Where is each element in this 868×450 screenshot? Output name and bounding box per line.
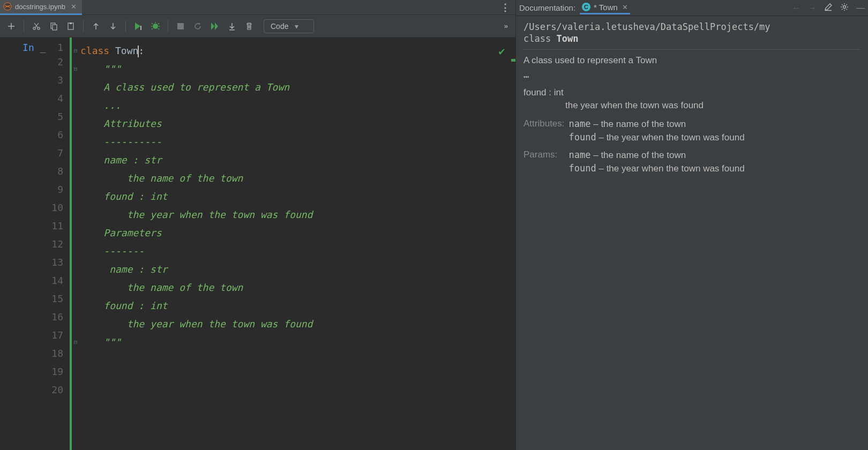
code-line[interactable]: the name of the town	[72, 279, 515, 297]
doc-tab-name: * Town	[594, 3, 618, 12]
class-icon: C	[582, 3, 590, 11]
code-line[interactable]: name : str	[72, 260, 515, 279]
fold-icon	[72, 96, 79, 115]
minimize-icon[interactable]: —	[856, 3, 865, 13]
doc-plain-attr: found : int	[523, 87, 860, 98]
cut-button[interactable]	[28, 18, 44, 34]
code-line[interactable]: ----------	[72, 133, 515, 151]
fold-icon	[72, 133, 79, 151]
code-line[interactable]: found : int	[72, 188, 515, 206]
fold-icon	[72, 188, 79, 206]
fold-icon	[72, 169, 79, 188]
doc-item: name – the name of the town	[569, 149, 745, 161]
fold-icon[interactable]: ⊟	[72, 333, 79, 351]
svg-rect-4	[53, 25, 57, 30]
close-icon[interactable]: ✕	[622, 3, 628, 11]
add-cell-button[interactable]	[3, 18, 19, 34]
code-line[interactable]: ⊟class Town:	[72, 42, 515, 60]
forward-icon[interactable]: →	[808, 3, 817, 13]
file-tab[interactable]: docstrings.ipynb ✕	[0, 0, 82, 15]
svg-rect-6	[70, 22, 72, 24]
run-all-button[interactable]	[207, 18, 223, 34]
gear-icon[interactable]	[840, 3, 849, 13]
edit-icon[interactable]	[824, 3, 833, 13]
doc-nav: ← → —	[792, 3, 865, 13]
separator	[83, 20, 84, 32]
doc-tab[interactable]: C * Town ✕	[580, 2, 630, 14]
cell-type-select[interactable]: Code ▾	[264, 19, 314, 33]
fold-icon	[72, 115, 79, 133]
code-cell[interactable]: ✔ In _ 1 234567891011121314151617181920 …	[0, 38, 515, 450]
editor-panel: docstrings.ipynb ✕ ⋮ Code ▾ » ✔ In _ 1	[0, 0, 515, 450]
attributes-list: name – the name of the townfound – the y…	[569, 118, 745, 149]
params-list: name – the name of the townfound – the y…	[569, 149, 745, 181]
svg-point-8	[153, 24, 158, 29]
code-line[interactable]: the year when the town was found	[72, 206, 515, 224]
code-line[interactable]: the name of the town	[72, 169, 515, 188]
code-line[interactable]: Parameters	[72, 224, 515, 242]
delete-cell-button[interactable]	[241, 18, 257, 34]
fold-icon[interactable]: ⊟	[72, 42, 79, 60]
doc-item: found – the year when the town was found	[569, 132, 745, 143]
code-line[interactable]: the year when the town was found	[72, 315, 515, 333]
code-line[interactable]: A class used to represent a Town	[72, 78, 515, 96]
doc-signature: class Town	[523, 33, 860, 44]
jupyter-icon	[3, 2, 12, 11]
doc-title: Documentation:	[519, 3, 575, 12]
notebook-toolbar: Code ▾ »	[0, 15, 515, 38]
tab-overflow-icon[interactable]: ⋮	[500, 2, 510, 13]
svg-point-11	[843, 5, 846, 8]
documentation-panel: Documentation: C * Town ✕ ← → — /Users/v…	[515, 0, 868, 450]
copy-button[interactable]	[46, 18, 62, 34]
toolbar-overflow-icon[interactable]: »	[504, 22, 507, 30]
separator	[24, 20, 24, 32]
code-line[interactable]: -------	[72, 242, 515, 260]
doc-summary: A class used to represent a Town	[523, 55, 860, 66]
fold-icon	[72, 279, 79, 297]
cell-type-label: Code	[271, 22, 288, 31]
fold-icon	[72, 315, 79, 333]
params-label: Params:	[523, 149, 569, 181]
fold-icon	[72, 242, 79, 260]
svg-rect-10	[229, 29, 235, 31]
doc-item: found – the year when the town was found	[569, 163, 745, 174]
code-line[interactable]: found : int	[72, 297, 515, 315]
code-line[interactable]: ⊟ """	[72, 333, 515, 351]
code-line[interactable]: ...	[72, 96, 515, 115]
doc-path: /Users/valeria.letusheva/DataSpellProjec…	[523, 21, 860, 32]
code-line[interactable]: name : str	[72, 151, 515, 169]
paste-button[interactable]	[63, 18, 79, 34]
code-line[interactable]: Attributes	[72, 115, 515, 133]
close-icon[interactable]: ✕	[71, 3, 77, 11]
restart-button[interactable]	[190, 18, 206, 34]
code-line[interactable]: ⊟ """	[72, 60, 515, 78]
back-icon[interactable]: ←	[792, 3, 800, 13]
move-up-button[interactable]	[88, 18, 104, 34]
debug-cell-button[interactable]	[147, 18, 163, 34]
attributes-label: Attributes:	[523, 118, 569, 149]
fold-icon	[72, 151, 79, 169]
svg-rect-9	[177, 23, 184, 29]
fold-icon	[72, 78, 79, 96]
separator	[125, 20, 126, 32]
svg-rect-7	[140, 26, 141, 30]
doc-content: /Users/valeria.letusheva/DataSpellProjec…	[516, 16, 868, 186]
editor-tab-bar: docstrings.ipynb ✕ ⋮	[0, 0, 515, 15]
move-down-button[interactable]	[105, 18, 121, 34]
stop-button[interactable]	[173, 18, 189, 34]
separator	[168, 20, 168, 32]
fold-icon	[72, 206, 79, 224]
cell-prompt: In _ 1 234567891011121314151617181920	[0, 38, 70, 450]
fold-icon[interactable]: ⊟	[72, 60, 79, 78]
doc-plain-desc: the year when the town was found	[565, 100, 860, 111]
chevron-down-icon: ▾	[295, 22, 298, 31]
run-all-below-button[interactable]	[224, 18, 240, 34]
run-cell-button[interactable]	[130, 18, 146, 34]
code-body[interactable]: ⊟class Town:⊟ """ A class used to repres…	[72, 38, 515, 450]
doc-item: name – the name of the town	[569, 118, 745, 130]
doc-header: Documentation: C * Town ✕ ← → —	[516, 0, 868, 16]
fold-icon	[72, 297, 79, 315]
doc-ellipsis: …	[523, 69, 860, 80]
fold-icon	[72, 224, 79, 242]
tab-filename: docstrings.ipynb	[15, 3, 65, 11]
